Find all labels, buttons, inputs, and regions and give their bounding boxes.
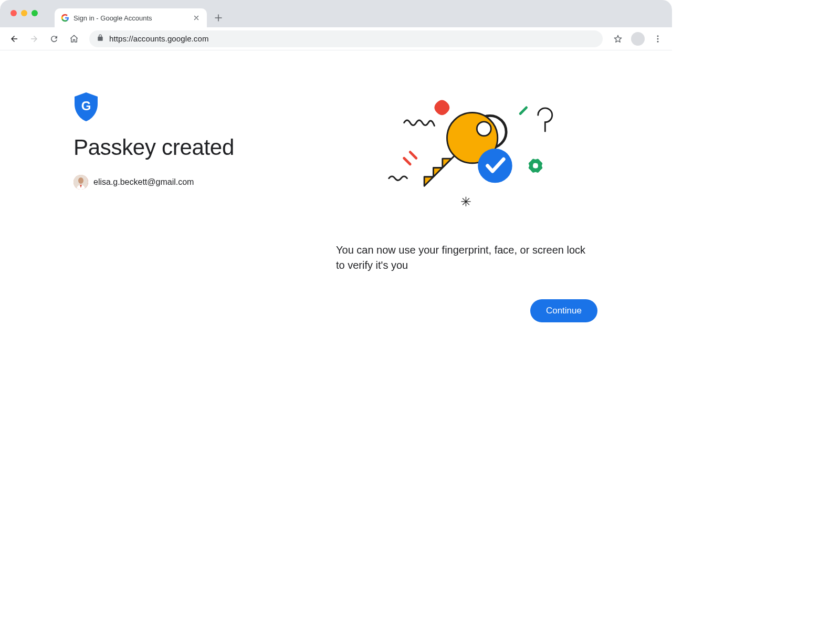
page-content: G Passkey created elisa.g.beckett@gmail.… [0,50,672,322]
tab-title: Sign in - Google Accounts [74,14,188,22]
confirmation-text: You can now use your fingerprint, face, … [336,243,588,273]
new-tab-button[interactable] [214,8,223,27]
svg-point-5 [78,177,83,184]
button-row: Continue [336,299,598,322]
svg-line-8 [404,158,411,164]
reload-button[interactable] [45,30,63,48]
browser-tab-strip: Sign in - Google Accounts [0,0,672,27]
bookmark-button[interactable] [609,30,627,48]
back-button[interactable] [5,30,23,48]
svg-line-6 [520,108,527,114]
continue-button[interactable]: Continue [530,299,597,322]
google-shield-icon: G [74,92,99,121]
account-chip[interactable]: elisa.g.beckett@gmail.com [74,175,326,190]
account-avatar [74,175,88,190]
svg-point-1 [657,38,659,39]
lock-icon [97,34,104,44]
forward-button[interactable] [25,30,43,48]
svg-line-7 [410,152,416,159]
page-title: Passkey created [74,135,326,160]
window-minimize-button[interactable] [21,10,27,16]
url-text: https://accounts.google.com [109,34,208,43]
account-email: elisa.g.beckett@gmail.com [93,177,194,187]
tab-close-button[interactable] [192,14,201,22]
browser-tab[interactable]: Sign in - Google Accounts [55,8,207,27]
browser-toolbar: https://accounts.google.com [0,27,672,50]
passkey-illustration: ✳ [336,92,598,229]
menu-button[interactable] [649,30,667,48]
svg-text:✳: ✳ [460,194,471,209]
profile-button[interactable] [629,30,647,48]
window-close-button[interactable] [10,10,17,16]
left-column: G Passkey created elisa.g.beckett@gmail.… [74,92,326,322]
svg-text:G: G [81,99,91,113]
google-favicon-icon [61,14,69,22]
right-column: ✳ You can now use your fingerprint, face… [336,92,598,322]
window-controls [6,10,38,27]
svg-point-12 [477,122,491,136]
address-bar[interactable]: https://accounts.google.com [89,30,603,47]
svg-point-2 [657,40,659,42]
svg-point-13 [478,149,512,183]
home-button[interactable] [65,30,83,48]
svg-point-0 [657,35,659,37]
window-maximize-button[interactable] [32,10,38,16]
